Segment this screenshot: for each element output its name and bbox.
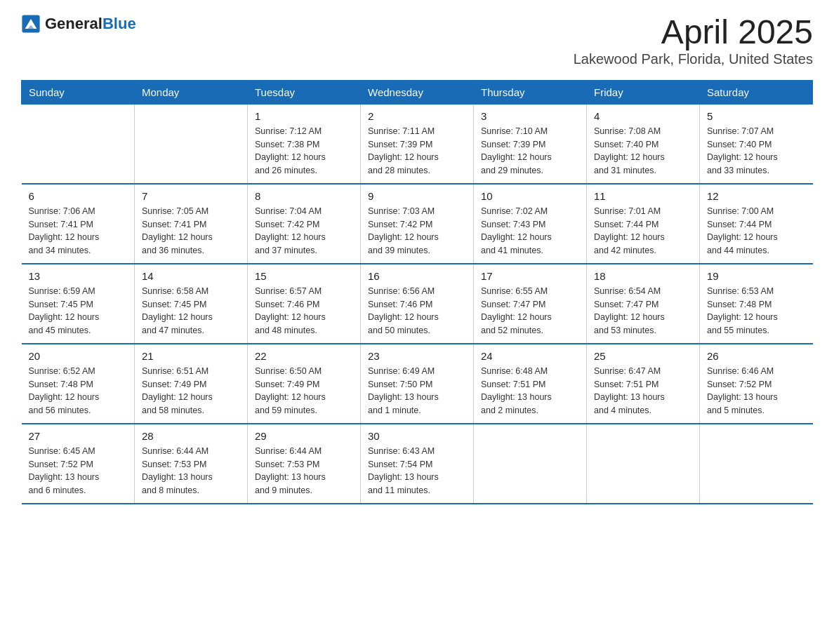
day-info: Sunrise: 6:49 AM Sunset: 7:50 PM Dayligh…	[368, 365, 466, 417]
day-info: Sunrise: 6:44 AM Sunset: 7:53 PM Dayligh…	[255, 445, 353, 497]
calendar-table: SundayMondayTuesdayWednesdayThursdayFrid…	[21, 80, 813, 504]
title-block: April 2025 Lakewood Park, Florida, Unite…	[574, 14, 813, 67]
calendar-cell: 17Sunrise: 6:55 AM Sunset: 7:47 PM Dayli…	[474, 264, 587, 344]
calendar-cell: 24Sunrise: 6:48 AM Sunset: 7:51 PM Dayli…	[474, 344, 587, 424]
day-info: Sunrise: 6:43 AM Sunset: 7:54 PM Dayligh…	[368, 445, 466, 497]
day-number: 12	[707, 190, 806, 202]
day-info: Sunrise: 6:57 AM Sunset: 7:46 PM Dayligh…	[255, 285, 353, 337]
day-number: 18	[594, 270, 692, 282]
day-info: Sunrise: 7:06 AM Sunset: 7:41 PM Dayligh…	[29, 205, 128, 257]
day-info: Sunrise: 7:12 AM Sunset: 7:38 PM Dayligh…	[255, 125, 353, 177]
page-title: April 2025	[574, 14, 813, 51]
day-info: Sunrise: 6:53 AM Sunset: 7:48 PM Dayligh…	[707, 285, 806, 337]
day-info: Sunrise: 6:54 AM Sunset: 7:47 PM Dayligh…	[594, 285, 692, 337]
weekday-header-saturday: Saturday	[700, 80, 813, 104]
day-number: 19	[707, 270, 806, 282]
day-number: 25	[594, 350, 692, 362]
day-number: 22	[255, 350, 353, 362]
day-number: 1	[255, 110, 353, 122]
day-info: Sunrise: 7:02 AM Sunset: 7:43 PM Dayligh…	[481, 205, 579, 257]
day-number: 10	[481, 190, 579, 202]
day-number: 4	[594, 110, 692, 122]
day-info: Sunrise: 7:03 AM Sunset: 7:42 PM Dayligh…	[368, 205, 466, 257]
calendar-cell: 3Sunrise: 7:10 AM Sunset: 7:39 PM Daylig…	[474, 104, 587, 184]
day-number: 29	[255, 430, 353, 442]
day-number: 17	[481, 270, 579, 282]
calendar-cell: 19Sunrise: 6:53 AM Sunset: 7:48 PM Dayli…	[700, 264, 813, 344]
day-info: Sunrise: 7:10 AM Sunset: 7:39 PM Dayligh…	[481, 125, 579, 177]
calendar-cell: 27Sunrise: 6:45 AM Sunset: 7:52 PM Dayli…	[22, 424, 135, 504]
day-number: 9	[368, 190, 466, 202]
calendar-cell: 4Sunrise: 7:08 AM Sunset: 7:40 PM Daylig…	[587, 104, 700, 184]
calendar-week-row: 1Sunrise: 7:12 AM Sunset: 7:38 PM Daylig…	[22, 104, 813, 184]
day-info: Sunrise: 7:01 AM Sunset: 7:44 PM Dayligh…	[594, 205, 692, 257]
day-number: 28	[142, 430, 240, 442]
day-number: 6	[29, 190, 128, 202]
day-info: Sunrise: 6:50 AM Sunset: 7:49 PM Dayligh…	[255, 365, 353, 417]
calendar-cell: 5Sunrise: 7:07 AM Sunset: 7:40 PM Daylig…	[700, 104, 813, 184]
calendar-week-row: 13Sunrise: 6:59 AM Sunset: 7:45 PM Dayli…	[22, 264, 813, 344]
logo-text-blue: Blue	[102, 15, 136, 32]
day-info: Sunrise: 6:47 AM Sunset: 7:51 PM Dayligh…	[594, 365, 692, 417]
calendar-week-row: 6Sunrise: 7:06 AM Sunset: 7:41 PM Daylig…	[22, 184, 813, 264]
calendar-cell: 25Sunrise: 6:47 AM Sunset: 7:51 PM Dayli…	[587, 344, 700, 424]
weekday-header-thursday: Thursday	[474, 80, 587, 104]
calendar-cell: 12Sunrise: 7:00 AM Sunset: 7:44 PM Dayli…	[700, 184, 813, 264]
day-number: 13	[29, 270, 128, 282]
day-info: Sunrise: 6:45 AM Sunset: 7:52 PM Dayligh…	[29, 445, 128, 497]
day-number: 26	[707, 350, 806, 362]
calendar-week-row: 20Sunrise: 6:52 AM Sunset: 7:48 PM Dayli…	[22, 344, 813, 424]
day-number: 8	[255, 190, 353, 202]
weekday-header-wednesday: Wednesday	[361, 80, 474, 104]
day-number: 23	[368, 350, 466, 362]
calendar-cell	[474, 424, 587, 504]
calendar-cell: 9Sunrise: 7:03 AM Sunset: 7:42 PM Daylig…	[361, 184, 474, 264]
calendar-cell: 16Sunrise: 6:56 AM Sunset: 7:46 PM Dayli…	[361, 264, 474, 344]
day-info: Sunrise: 6:51 AM Sunset: 7:49 PM Dayligh…	[142, 365, 240, 417]
weekday-header-tuesday: Tuesday	[248, 80, 361, 104]
day-number: 7	[142, 190, 240, 202]
day-number: 5	[707, 110, 806, 122]
day-info: Sunrise: 7:11 AM Sunset: 7:39 PM Dayligh…	[368, 125, 466, 177]
calendar-cell: 30Sunrise: 6:43 AM Sunset: 7:54 PM Dayli…	[361, 424, 474, 504]
page-subtitle: Lakewood Park, Florida, United States	[574, 51, 813, 67]
weekday-header-monday: Monday	[135, 80, 248, 104]
day-info: Sunrise: 6:52 AM Sunset: 7:48 PM Dayligh…	[29, 365, 128, 417]
calendar-cell: 6Sunrise: 7:06 AM Sunset: 7:41 PM Daylig…	[22, 184, 135, 264]
day-number: 3	[481, 110, 579, 122]
day-info: Sunrise: 6:48 AM Sunset: 7:51 PM Dayligh…	[481, 365, 579, 417]
day-number: 16	[368, 270, 466, 282]
calendar-cell: 22Sunrise: 6:50 AM Sunset: 7:49 PM Dayli…	[248, 344, 361, 424]
logo-icon	[21, 14, 41, 34]
day-number: 27	[29, 430, 128, 442]
calendar-cell: 2Sunrise: 7:11 AM Sunset: 7:39 PM Daylig…	[361, 104, 474, 184]
calendar-cell	[587, 424, 700, 504]
calendar-cell	[22, 104, 135, 184]
calendar-cell: 28Sunrise: 6:44 AM Sunset: 7:53 PM Dayli…	[135, 424, 248, 504]
calendar-cell: 7Sunrise: 7:05 AM Sunset: 7:41 PM Daylig…	[135, 184, 248, 264]
calendar-cell: 26Sunrise: 6:46 AM Sunset: 7:52 PM Dayli…	[700, 344, 813, 424]
calendar-cell: 21Sunrise: 6:51 AM Sunset: 7:49 PM Dayli…	[135, 344, 248, 424]
day-info: Sunrise: 6:58 AM Sunset: 7:45 PM Dayligh…	[142, 285, 240, 337]
day-number: 2	[368, 110, 466, 122]
day-info: Sunrise: 6:55 AM Sunset: 7:47 PM Dayligh…	[481, 285, 579, 337]
calendar-cell: 13Sunrise: 6:59 AM Sunset: 7:45 PM Dayli…	[22, 264, 135, 344]
day-info: Sunrise: 7:05 AM Sunset: 7:41 PM Dayligh…	[142, 205, 240, 257]
day-info: Sunrise: 6:59 AM Sunset: 7:45 PM Dayligh…	[29, 285, 128, 337]
calendar-cell: 15Sunrise: 6:57 AM Sunset: 7:46 PM Dayli…	[248, 264, 361, 344]
calendar-week-row: 27Sunrise: 6:45 AM Sunset: 7:52 PM Dayli…	[22, 424, 813, 504]
logo-text-general: General	[45, 15, 102, 32]
day-number: 21	[142, 350, 240, 362]
day-info: Sunrise: 7:08 AM Sunset: 7:40 PM Dayligh…	[594, 125, 692, 177]
weekday-header-sunday: Sunday	[22, 80, 135, 104]
calendar-cell: 14Sunrise: 6:58 AM Sunset: 7:45 PM Dayli…	[135, 264, 248, 344]
day-number: 30	[368, 430, 466, 442]
calendar-cell: 1Sunrise: 7:12 AM Sunset: 7:38 PM Daylig…	[248, 104, 361, 184]
calendar-cell: 11Sunrise: 7:01 AM Sunset: 7:44 PM Dayli…	[587, 184, 700, 264]
calendar-cell: 18Sunrise: 6:54 AM Sunset: 7:47 PM Dayli…	[587, 264, 700, 344]
calendar-cell	[700, 424, 813, 504]
calendar-cell: 10Sunrise: 7:02 AM Sunset: 7:43 PM Dayli…	[474, 184, 587, 264]
day-number: 11	[594, 190, 692, 202]
calendar-cell: 29Sunrise: 6:44 AM Sunset: 7:53 PM Dayli…	[248, 424, 361, 504]
calendar-cell: 8Sunrise: 7:04 AM Sunset: 7:42 PM Daylig…	[248, 184, 361, 264]
